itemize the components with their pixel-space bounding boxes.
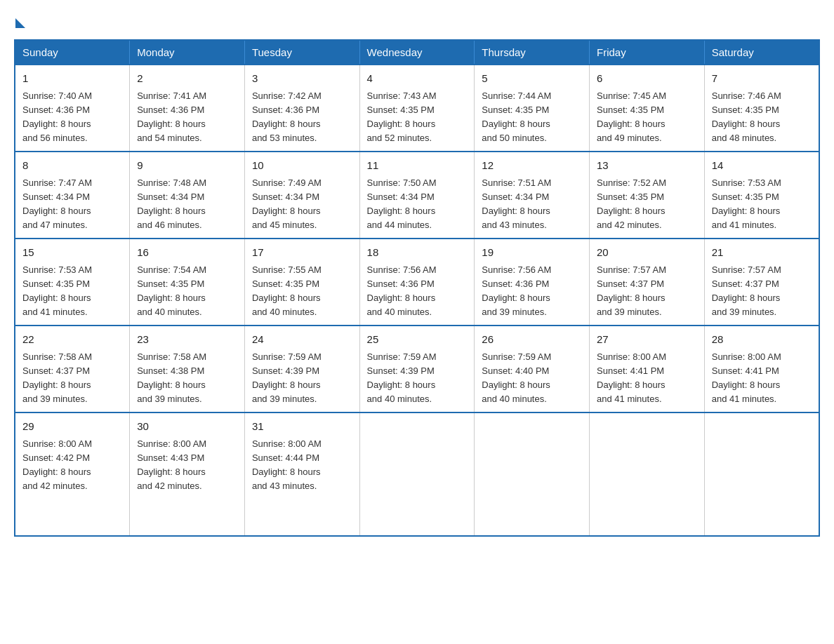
day-info: Sunrise: 7:53 AMSunset: 4:35 PMDaylight:… bbox=[22, 263, 122, 320]
calendar-cell: 2Sunrise: 7:41 AMSunset: 4:36 PMDaylight… bbox=[130, 65, 245, 152]
day-number: 27 bbox=[597, 332, 697, 348]
day-info: Sunrise: 7:57 AMSunset: 4:37 PMDaylight:… bbox=[597, 263, 697, 320]
day-number: 30 bbox=[137, 419, 237, 435]
day-info: Sunrise: 7:40 AMSunset: 4:36 PMDaylight:… bbox=[22, 89, 122, 146]
calendar-cell bbox=[704, 412, 819, 536]
header-friday: Friday bbox=[590, 40, 705, 65]
calendar-cell: 28Sunrise: 8:00 AMSunset: 4:41 PMDayligh… bbox=[704, 326, 819, 412]
calendar-cell: 14Sunrise: 7:53 AMSunset: 4:35 PMDayligh… bbox=[704, 152, 819, 239]
day-info: Sunrise: 7:58 AMSunset: 4:37 PMDaylight:… bbox=[22, 350, 122, 407]
day-number: 16 bbox=[137, 245, 237, 261]
day-number: 5 bbox=[482, 71, 582, 87]
calendar-cell: 9Sunrise: 7:48 AMSunset: 4:34 PMDaylight… bbox=[130, 152, 245, 239]
day-number: 8 bbox=[22, 158, 122, 174]
calendar-cell: 30Sunrise: 8:00 AMSunset: 4:43 PMDayligh… bbox=[130, 412, 245, 536]
calendar-cell bbox=[475, 412, 590, 536]
day-number: 1 bbox=[22, 71, 122, 87]
day-info: Sunrise: 8:00 AMSunset: 4:43 PMDaylight:… bbox=[137, 437, 237, 494]
calendar-cell: 17Sunrise: 7:55 AMSunset: 4:35 PMDayligh… bbox=[244, 239, 359, 326]
day-info: Sunrise: 7:57 AMSunset: 4:37 PMDaylight:… bbox=[712, 263, 812, 320]
calendar-cell: 5Sunrise: 7:44 AMSunset: 4:35 PMDaylight… bbox=[475, 65, 590, 152]
calendar-cell: 21Sunrise: 7:57 AMSunset: 4:37 PMDayligh… bbox=[704, 239, 819, 326]
day-info: Sunrise: 7:45 AMSunset: 4:35 PMDaylight:… bbox=[597, 89, 697, 146]
calendar-cell: 1Sunrise: 7:40 AMSunset: 4:36 PMDaylight… bbox=[15, 65, 130, 152]
day-number: 7 bbox=[712, 71, 812, 87]
day-info: Sunrise: 7:48 AMSunset: 4:34 PMDaylight:… bbox=[137, 176, 237, 233]
day-info: Sunrise: 7:41 AMSunset: 4:36 PMDaylight:… bbox=[137, 89, 237, 146]
calendar-table: SundayMondayTuesdayWednesdayThursdayFrid… bbox=[14, 39, 820, 537]
day-number: 31 bbox=[252, 419, 352, 435]
day-number: 17 bbox=[252, 245, 352, 261]
day-info: Sunrise: 7:53 AMSunset: 4:35 PMDaylight:… bbox=[712, 176, 812, 233]
calendar-cell: 24Sunrise: 7:59 AMSunset: 4:39 PMDayligh… bbox=[244, 326, 359, 412]
day-info: Sunrise: 7:49 AMSunset: 4:34 PMDaylight:… bbox=[252, 176, 352, 233]
calendar-cell: 15Sunrise: 7:53 AMSunset: 4:35 PMDayligh… bbox=[15, 239, 130, 326]
day-number: 26 bbox=[482, 332, 582, 348]
calendar-week-row: 15Sunrise: 7:53 AMSunset: 4:35 PMDayligh… bbox=[15, 239, 819, 326]
logo bbox=[14, 14, 25, 25]
day-info: Sunrise: 7:56 AMSunset: 4:36 PMDaylight:… bbox=[367, 263, 468, 320]
header-monday: Monday bbox=[130, 40, 245, 65]
calendar-cell: 13Sunrise: 7:52 AMSunset: 4:35 PMDayligh… bbox=[590, 152, 705, 239]
header-thursday: Thursday bbox=[475, 40, 590, 65]
day-info: Sunrise: 7:54 AMSunset: 4:35 PMDaylight:… bbox=[137, 263, 237, 320]
day-info: Sunrise: 8:00 AMSunset: 4:42 PMDaylight:… bbox=[22, 437, 122, 494]
day-number: 18 bbox=[367, 245, 468, 261]
day-number: 19 bbox=[482, 245, 582, 261]
day-info: Sunrise: 7:50 AMSunset: 4:34 PMDaylight:… bbox=[367, 176, 468, 233]
day-number: 15 bbox=[22, 245, 122, 261]
day-info: Sunrise: 7:43 AMSunset: 4:35 PMDaylight:… bbox=[367, 89, 468, 146]
day-number: 13 bbox=[597, 158, 697, 174]
calendar-cell: 22Sunrise: 7:58 AMSunset: 4:37 PMDayligh… bbox=[15, 326, 130, 412]
day-info: Sunrise: 7:44 AMSunset: 4:35 PMDaylight:… bbox=[482, 89, 582, 146]
calendar-cell: 31Sunrise: 8:00 AMSunset: 4:44 PMDayligh… bbox=[244, 412, 359, 536]
calendar-cell: 26Sunrise: 7:59 AMSunset: 4:40 PMDayligh… bbox=[475, 326, 590, 412]
day-number: 25 bbox=[367, 332, 468, 348]
day-info: Sunrise: 7:58 AMSunset: 4:38 PMDaylight:… bbox=[137, 350, 237, 407]
page-header bbox=[14, 14, 820, 25]
calendar-cell: 12Sunrise: 7:51 AMSunset: 4:34 PMDayligh… bbox=[475, 152, 590, 239]
day-number: 3 bbox=[252, 71, 352, 87]
day-info: Sunrise: 8:00 AMSunset: 4:41 PMDaylight:… bbox=[712, 350, 812, 407]
calendar-cell: 10Sunrise: 7:49 AMSunset: 4:34 PMDayligh… bbox=[244, 152, 359, 239]
day-number: 24 bbox=[252, 332, 352, 348]
calendar-cell: 8Sunrise: 7:47 AMSunset: 4:34 PMDaylight… bbox=[15, 152, 130, 239]
calendar-cell bbox=[590, 412, 705, 536]
header-wednesday: Wednesday bbox=[359, 40, 475, 65]
calendar-cell: 27Sunrise: 8:00 AMSunset: 4:41 PMDayligh… bbox=[590, 326, 705, 412]
header-tuesday: Tuesday bbox=[244, 40, 359, 65]
calendar-cell: 7Sunrise: 7:46 AMSunset: 4:35 PMDaylight… bbox=[704, 65, 819, 152]
day-info: Sunrise: 7:42 AMSunset: 4:36 PMDaylight:… bbox=[252, 89, 352, 146]
calendar-cell: 25Sunrise: 7:59 AMSunset: 4:39 PMDayligh… bbox=[359, 326, 475, 412]
day-number: 2 bbox=[137, 71, 237, 87]
calendar-cell bbox=[359, 412, 475, 536]
calendar-cell: 23Sunrise: 7:58 AMSunset: 4:38 PMDayligh… bbox=[130, 326, 245, 412]
calendar-cell: 16Sunrise: 7:54 AMSunset: 4:35 PMDayligh… bbox=[130, 239, 245, 326]
day-number: 22 bbox=[22, 332, 122, 348]
day-info: Sunrise: 8:00 AMSunset: 4:44 PMDaylight:… bbox=[252, 437, 352, 494]
day-info: Sunrise: 7:59 AMSunset: 4:39 PMDaylight:… bbox=[252, 350, 352, 407]
calendar-cell: 29Sunrise: 8:00 AMSunset: 4:42 PMDayligh… bbox=[15, 412, 130, 536]
day-info: Sunrise: 7:55 AMSunset: 4:35 PMDaylight:… bbox=[252, 263, 352, 320]
day-number: 4 bbox=[367, 71, 468, 87]
day-info: Sunrise: 7:56 AMSunset: 4:36 PMDaylight:… bbox=[482, 263, 582, 320]
calendar-header-row: SundayMondayTuesdayWednesdayThursdayFrid… bbox=[15, 40, 819, 65]
logo-arrow-icon bbox=[15, 18, 25, 28]
calendar-cell: 20Sunrise: 7:57 AMSunset: 4:37 PMDayligh… bbox=[590, 239, 705, 326]
calendar-cell: 3Sunrise: 7:42 AMSunset: 4:36 PMDaylight… bbox=[244, 65, 359, 152]
day-number: 6 bbox=[597, 71, 697, 87]
day-info: Sunrise: 7:52 AMSunset: 4:35 PMDaylight:… bbox=[597, 176, 697, 233]
day-info: Sunrise: 7:47 AMSunset: 4:34 PMDaylight:… bbox=[22, 176, 122, 233]
calendar-cell: 6Sunrise: 7:45 AMSunset: 4:35 PMDaylight… bbox=[590, 65, 705, 152]
day-number: 21 bbox=[712, 245, 812, 261]
day-number: 10 bbox=[252, 158, 352, 174]
day-number: 20 bbox=[597, 245, 697, 261]
calendar-week-row: 8Sunrise: 7:47 AMSunset: 4:34 PMDaylight… bbox=[15, 152, 819, 239]
header-sunday: Sunday bbox=[15, 40, 130, 65]
header-saturday: Saturday bbox=[704, 40, 819, 65]
day-info: Sunrise: 8:00 AMSunset: 4:41 PMDaylight:… bbox=[597, 350, 697, 407]
calendar-week-row: 22Sunrise: 7:58 AMSunset: 4:37 PMDayligh… bbox=[15, 326, 819, 412]
day-number: 14 bbox=[712, 158, 812, 174]
calendar-week-row: 1Sunrise: 7:40 AMSunset: 4:36 PMDaylight… bbox=[15, 65, 819, 152]
day-number: 29 bbox=[22, 419, 122, 435]
